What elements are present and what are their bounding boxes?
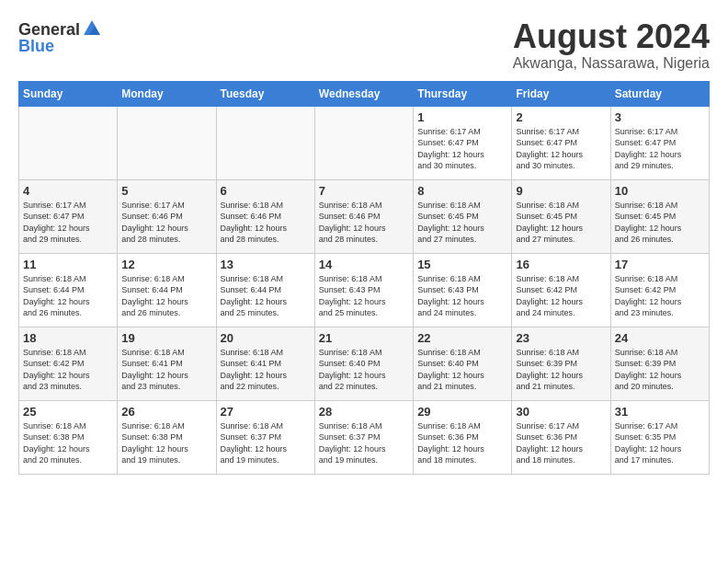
day-cell: 6Sunrise: 6:18 AM Sunset: 6:46 PM Daylig… bbox=[216, 179, 314, 253]
col-header-tuesday: Tuesday bbox=[216, 81, 314, 106]
day-info: Sunrise: 6:18 AM Sunset: 6:44 PM Dayligh… bbox=[121, 273, 211, 319]
day-info: Sunrise: 6:18 AM Sunset: 6:46 PM Dayligh… bbox=[319, 200, 409, 246]
day-number: 12 bbox=[121, 258, 211, 271]
day-info: Sunrise: 6:18 AM Sunset: 6:44 PM Dayligh… bbox=[221, 273, 311, 319]
day-number: 11 bbox=[23, 258, 113, 271]
day-info: Sunrise: 6:17 AM Sunset: 6:47 PM Dayligh… bbox=[615, 126, 705, 172]
day-number: 3 bbox=[615, 110, 705, 124]
day-cell: 16Sunrise: 6:18 AM Sunset: 6:42 PM Dayli… bbox=[512, 253, 610, 327]
day-number: 21 bbox=[319, 331, 409, 345]
day-number: 9 bbox=[516, 184, 606, 198]
day-info: Sunrise: 6:18 AM Sunset: 6:42 PM Dayligh… bbox=[615, 273, 705, 319]
logo: General Blue bbox=[18, 18, 102, 56]
day-number: 7 bbox=[319, 184, 409, 198]
day-cell: 13Sunrise: 6:18 AM Sunset: 6:44 PM Dayli… bbox=[216, 253, 314, 327]
col-header-wednesday: Wednesday bbox=[314, 81, 413, 106]
day-number: 22 bbox=[417, 331, 507, 345]
day-number: 24 bbox=[615, 331, 705, 345]
day-cell: 26Sunrise: 6:18 AM Sunset: 6:38 PM Dayli… bbox=[118, 400, 216, 474]
day-cell: 8Sunrise: 6:18 AM Sunset: 6:45 PM Daylig… bbox=[414, 179, 512, 253]
day-info: Sunrise: 6:18 AM Sunset: 6:41 PM Dayligh… bbox=[121, 347, 211, 393]
day-cell: 19Sunrise: 6:18 AM Sunset: 6:41 PM Dayli… bbox=[118, 327, 216, 400]
day-info: Sunrise: 6:17 AM Sunset: 6:47 PM Dayligh… bbox=[516, 126, 606, 172]
day-cell: 11Sunrise: 6:18 AM Sunset: 6:44 PM Dayli… bbox=[19, 253, 118, 327]
logo-icon bbox=[82, 18, 102, 39]
day-info: Sunrise: 6:18 AM Sunset: 6:45 PM Dayligh… bbox=[615, 200, 705, 246]
day-number: 16 bbox=[516, 258, 606, 271]
week-row-4: 18Sunrise: 6:18 AM Sunset: 6:42 PM Dayli… bbox=[19, 327, 710, 400]
day-cell: 21Sunrise: 6:18 AM Sunset: 6:40 PM Dayli… bbox=[314, 327, 413, 400]
day-cell bbox=[314, 106, 413, 179]
col-header-saturday: Saturday bbox=[610, 81, 709, 106]
week-row-3: 11Sunrise: 6:18 AM Sunset: 6:44 PM Dayli… bbox=[19, 253, 710, 327]
day-info: Sunrise: 6:18 AM Sunset: 6:41 PM Dayligh… bbox=[221, 347, 311, 393]
day-number: 2 bbox=[516, 110, 606, 124]
day-cell: 15Sunrise: 6:18 AM Sunset: 6:43 PM Dayli… bbox=[414, 253, 512, 327]
day-info: Sunrise: 6:18 AM Sunset: 6:43 PM Dayligh… bbox=[417, 273, 507, 319]
day-cell: 23Sunrise: 6:18 AM Sunset: 6:39 PM Dayli… bbox=[512, 327, 610, 400]
day-cell: 25Sunrise: 6:18 AM Sunset: 6:38 PM Dayli… bbox=[19, 400, 118, 474]
header: General Blue August 2024 Akwanga, Nassar… bbox=[18, 18, 710, 72]
day-number: 14 bbox=[319, 258, 409, 271]
day-cell: 28Sunrise: 6:18 AM Sunset: 6:37 PM Dayli… bbox=[314, 400, 413, 474]
day-cell bbox=[216, 106, 314, 179]
day-info: Sunrise: 6:18 AM Sunset: 6:43 PM Dayligh… bbox=[319, 273, 409, 319]
day-cell: 24Sunrise: 6:18 AM Sunset: 6:39 PM Dayli… bbox=[610, 327, 709, 400]
day-number: 30 bbox=[516, 405, 606, 419]
col-header-friday: Friday bbox=[512, 81, 610, 106]
day-info: Sunrise: 6:18 AM Sunset: 6:36 PM Dayligh… bbox=[417, 420, 507, 466]
calendar-table: SundayMondayTuesdayWednesdayThursdayFrid… bbox=[18, 81, 710, 475]
day-info: Sunrise: 6:17 AM Sunset: 6:47 PM Dayligh… bbox=[23, 200, 113, 246]
day-number: 1 bbox=[417, 110, 507, 124]
logo-blue-text: Blue bbox=[18, 37, 54, 56]
day-cell: 29Sunrise: 6:18 AM Sunset: 6:36 PM Dayli… bbox=[414, 400, 512, 474]
day-info: Sunrise: 6:18 AM Sunset: 6:37 PM Dayligh… bbox=[319, 420, 409, 466]
day-number: 5 bbox=[121, 184, 211, 198]
day-info: Sunrise: 6:18 AM Sunset: 6:40 PM Dayligh… bbox=[417, 347, 507, 393]
day-number: 27 bbox=[221, 405, 311, 419]
day-number: 31 bbox=[615, 405, 705, 419]
day-info: Sunrise: 6:18 AM Sunset: 6:39 PM Dayligh… bbox=[615, 347, 705, 393]
day-cell: 9Sunrise: 6:18 AM Sunset: 6:45 PM Daylig… bbox=[512, 179, 610, 253]
day-cell: 7Sunrise: 6:18 AM Sunset: 6:46 PM Daylig… bbox=[314, 179, 413, 253]
day-info: Sunrise: 6:17 AM Sunset: 6:47 PM Dayligh… bbox=[417, 126, 507, 172]
week-row-5: 25Sunrise: 6:18 AM Sunset: 6:38 PM Dayli… bbox=[19, 400, 710, 474]
day-number: 19 bbox=[121, 331, 211, 345]
day-info: Sunrise: 6:18 AM Sunset: 6:46 PM Dayligh… bbox=[221, 200, 311, 246]
day-cell bbox=[118, 106, 216, 179]
day-cell: 20Sunrise: 6:18 AM Sunset: 6:41 PM Dayli… bbox=[216, 327, 314, 400]
day-info: Sunrise: 6:18 AM Sunset: 6:44 PM Dayligh… bbox=[23, 273, 113, 319]
day-info: Sunrise: 6:18 AM Sunset: 6:38 PM Dayligh… bbox=[121, 420, 211, 466]
day-cell: 14Sunrise: 6:18 AM Sunset: 6:43 PM Dayli… bbox=[314, 253, 413, 327]
week-row-2: 4Sunrise: 6:17 AM Sunset: 6:47 PM Daylig… bbox=[19, 179, 710, 253]
day-info: Sunrise: 6:17 AM Sunset: 6:36 PM Dayligh… bbox=[516, 420, 606, 466]
col-header-monday: Monday bbox=[118, 81, 216, 106]
day-info: Sunrise: 6:18 AM Sunset: 6:39 PM Dayligh… bbox=[516, 347, 606, 393]
day-info: Sunrise: 6:18 AM Sunset: 6:38 PM Dayligh… bbox=[23, 420, 113, 466]
day-number: 8 bbox=[417, 184, 507, 198]
day-cell: 22Sunrise: 6:18 AM Sunset: 6:40 PM Dayli… bbox=[414, 327, 512, 400]
day-number: 13 bbox=[221, 258, 311, 271]
day-number: 23 bbox=[516, 331, 606, 345]
day-cell: 18Sunrise: 6:18 AM Sunset: 6:42 PM Dayli… bbox=[19, 327, 118, 400]
day-info: Sunrise: 6:18 AM Sunset: 6:42 PM Dayligh… bbox=[23, 347, 113, 393]
calendar-subtitle: Akwanga, Nassarawa, Nigeria bbox=[513, 55, 710, 72]
day-cell: 10Sunrise: 6:18 AM Sunset: 6:45 PM Dayli… bbox=[610, 179, 709, 253]
day-number: 29 bbox=[417, 405, 507, 419]
day-info: Sunrise: 6:18 AM Sunset: 6:45 PM Dayligh… bbox=[516, 200, 606, 246]
day-cell: 4Sunrise: 6:17 AM Sunset: 6:47 PM Daylig… bbox=[19, 179, 118, 253]
day-number: 10 bbox=[615, 184, 705, 198]
day-number: 25 bbox=[23, 405, 113, 419]
day-cell: 17Sunrise: 6:18 AM Sunset: 6:42 PM Dayli… bbox=[610, 253, 709, 327]
day-cell: 3Sunrise: 6:17 AM Sunset: 6:47 PM Daylig… bbox=[610, 106, 709, 179]
day-info: Sunrise: 6:18 AM Sunset: 6:42 PM Dayligh… bbox=[516, 273, 606, 319]
header-row: SundayMondayTuesdayWednesdayThursdayFrid… bbox=[19, 81, 710, 106]
day-number: 4 bbox=[23, 184, 113, 198]
day-cell: 12Sunrise: 6:18 AM Sunset: 6:44 PM Dayli… bbox=[118, 253, 216, 327]
day-number: 18 bbox=[23, 331, 113, 345]
day-cell: 31Sunrise: 6:17 AM Sunset: 6:35 PM Dayli… bbox=[610, 400, 709, 474]
col-header-sunday: Sunday bbox=[19, 81, 118, 106]
day-cell bbox=[19, 106, 118, 179]
day-cell: 30Sunrise: 6:17 AM Sunset: 6:36 PM Dayli… bbox=[512, 400, 610, 474]
day-number: 17 bbox=[615, 258, 705, 271]
